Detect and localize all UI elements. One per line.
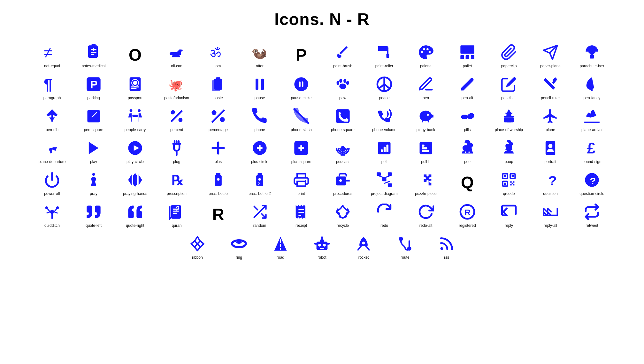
phone-square-label: phone-square xyxy=(331,128,355,132)
svg-point-88 xyxy=(465,151,466,152)
svg-rect-119 xyxy=(504,175,506,177)
icon-item-pres-bottle: pres. bottle xyxy=(197,166,239,198)
svg-point-12 xyxy=(421,51,423,53)
letter-o-icon: O xyxy=(129,45,142,66)
parking-icon: P xyxy=(85,75,102,94)
svg-rect-82 xyxy=(384,146,386,152)
icon-item-pray: pray xyxy=(73,166,114,198)
icon-item-letter-r: R xyxy=(197,198,239,230)
receipt-icon xyxy=(293,202,310,221)
svg-point-94 xyxy=(92,173,95,176)
svg-text:?: ? xyxy=(548,173,557,188)
phone-volume-label: phone-volume xyxy=(372,128,396,132)
percentage-label: percentage xyxy=(209,128,228,132)
pencil-alt-icon xyxy=(501,75,517,94)
icon-item-pencil-ruler: pencil-ruler xyxy=(530,70,571,102)
icon-item-piggy-bank: piggy-bank xyxy=(405,102,447,134)
plus-square-icon xyxy=(293,138,310,158)
people-carry-label: people-carry xyxy=(125,128,146,132)
icon-item-podcast: podcast xyxy=(322,134,364,166)
praying-hands-label: praying-hands xyxy=(123,191,147,196)
plus-square-label: plus-square xyxy=(291,160,311,164)
icon-item-play: play xyxy=(73,134,114,166)
reply-all-label: reply-all xyxy=(544,223,557,228)
icon-item-pencil-alt: pencil-alt xyxy=(488,70,530,102)
icon-item-quran: quran xyxy=(156,198,197,230)
procedures-label: procedures xyxy=(333,191,352,196)
people-carry-icon xyxy=(127,107,143,126)
icon-item-rss: rss xyxy=(426,230,467,262)
paperclip-icon xyxy=(501,43,517,62)
quidditch-label: quidditch xyxy=(44,223,60,228)
phone-volume-icon xyxy=(376,107,393,126)
icon-item-quidditch: quidditch xyxy=(31,198,73,230)
paste-icon xyxy=(210,75,226,94)
svg-point-13 xyxy=(423,48,425,50)
icon-item-plane-arrival: plane-arrival xyxy=(571,102,613,134)
ring-icon xyxy=(231,234,247,253)
svg-rect-34 xyxy=(261,78,264,90)
svg-rect-126 xyxy=(510,184,511,185)
svg-rect-36 xyxy=(299,81,301,87)
puzzle-piece-icon xyxy=(418,170,434,189)
icon-item-plus-square: plus-square xyxy=(280,134,322,166)
pres-bottle-label: pres. bottle xyxy=(209,191,227,196)
svg-point-106 xyxy=(305,180,306,181)
percent-icon xyxy=(168,107,185,126)
icon-item-receipt: receipt xyxy=(280,198,322,230)
paragraph-icon: ¶ xyxy=(44,75,60,94)
question-circle-label: question-circle xyxy=(579,191,604,196)
pray-icon xyxy=(85,170,102,189)
svg-point-134 xyxy=(45,206,48,209)
paper-plane-label: paper-plane xyxy=(540,64,561,68)
project-diagram-label: project-diagram xyxy=(371,191,397,196)
icon-item-pen-nib: pen-nib xyxy=(31,102,73,134)
notes-medical-icon xyxy=(85,43,102,62)
redo-alt-icon xyxy=(418,202,434,221)
icon-item-paint-roller: paint-roller xyxy=(364,38,405,70)
icon-item-poo: poo xyxy=(447,134,488,166)
phone-label: phone xyxy=(254,128,265,132)
svg-text:℞: ℞ xyxy=(171,173,184,188)
pause-circle-label: pause-circle xyxy=(291,96,312,100)
svg-point-38 xyxy=(339,83,346,89)
om-label: om xyxy=(216,64,221,68)
svg-rect-61 xyxy=(461,115,468,119)
icon-item-people-carry: people-carry xyxy=(114,102,156,134)
paperclip-label: paperclip xyxy=(501,64,517,68)
plug-label: plug xyxy=(173,160,180,164)
robot-label: robot xyxy=(318,255,326,260)
icon-item-paste: paste xyxy=(197,70,239,102)
paint-roller-label: paint-roller xyxy=(375,64,394,68)
pallet-label: pallet xyxy=(463,64,472,68)
icon-item-om: ॐom xyxy=(197,38,239,70)
random-icon xyxy=(251,202,268,221)
plane-arrival-label: plane-arrival xyxy=(581,128,602,132)
ribbon-label: ribbon xyxy=(192,255,203,260)
qrcode-label: qrcode xyxy=(503,191,515,196)
place-of-worship-label: place-of-worship xyxy=(495,128,523,132)
pen-alt-label: pen-alt xyxy=(462,96,473,100)
icon-item-play-circle: play-circle xyxy=(114,134,156,166)
svg-line-115 xyxy=(379,176,384,178)
rocket-label: rocket xyxy=(358,255,369,260)
not-equal-label: not-equal xyxy=(44,64,60,68)
plane-departure-icon xyxy=(44,138,60,158)
pencil-alt-label: pencil-alt xyxy=(501,96,517,100)
icon-item-phone-square: phone-square xyxy=(322,102,364,134)
paint-roller-icon xyxy=(376,43,393,62)
svg-rect-128 xyxy=(512,182,513,184)
icon-item-plus: plus xyxy=(197,134,239,166)
svg-rect-136 xyxy=(171,205,181,219)
svg-point-60 xyxy=(427,114,429,116)
svg-point-135 xyxy=(56,206,59,209)
icon-item-paragraph: ¶paragraph xyxy=(31,70,73,102)
parachute-box-label: parachute-box xyxy=(580,64,604,68)
letter-r-icon: R xyxy=(212,205,224,226)
svg-point-56 xyxy=(220,117,225,122)
route-label: route xyxy=(401,255,409,260)
phone-slash-icon xyxy=(293,107,310,126)
icon-item-pres-bottle-2: 2pres. bottle 2 xyxy=(239,166,280,198)
icon-item-project-diagram: project-diagram xyxy=(364,166,405,198)
power-off-label: power-off xyxy=(44,191,60,196)
